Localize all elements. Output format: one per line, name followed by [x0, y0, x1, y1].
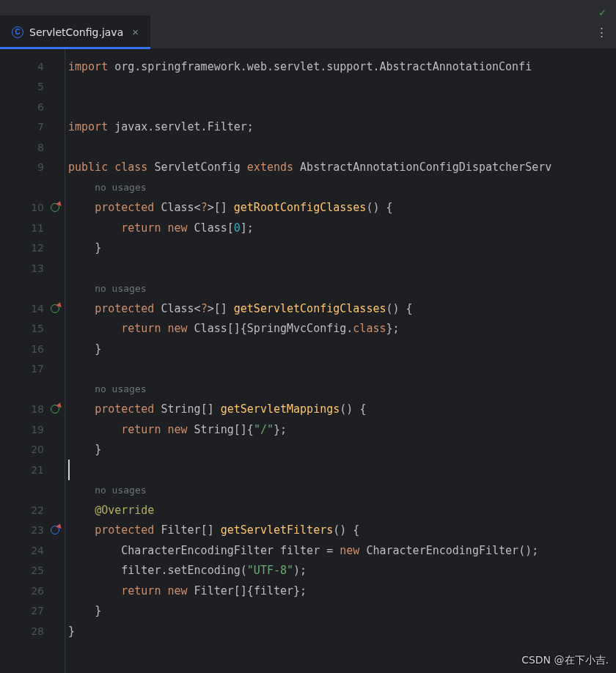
code-line[interactable]: return new Filter[]{filter};: [65, 581, 616, 601]
code-line[interactable]: [65, 97, 616, 117]
usage-hint[interactable]: no usages: [65, 279, 616, 299]
close-icon[interactable]: ×: [129, 24, 142, 40]
code-line[interactable]: protected Filter[] getServletFilters() {: [65, 521, 616, 541]
scrollbar-vertical[interactable]: [609, 81, 616, 608]
line-number: 19: [31, 424, 44, 435]
code-line[interactable]: filter.setEncoding("UTF-8");: [65, 561, 616, 581]
line-number: 20: [31, 444, 44, 455]
override-up-icon[interactable]: [50, 202, 62, 213]
line-number: 5: [37, 81, 44, 92]
line-number: 22: [31, 504, 44, 516]
code-line[interactable]: [65, 137, 616, 158]
code-line[interactable]: import javax.servlet.Filter;: [65, 117, 616, 138]
code-line[interactable]: import org.springframework.web.servlet.s…: [65, 56, 616, 77]
code-line[interactable]: }: [65, 601, 616, 622]
line-number: 23: [31, 524, 44, 536]
usage-hint[interactable]: no usages: [65, 480, 616, 501]
code-line[interactable]: return new Class[0];: [65, 218, 616, 238]
code-line[interactable]: [65, 359, 616, 380]
line-number: 12: [31, 242, 44, 254]
code-line[interactable]: return new String[]{"/"};: [65, 419, 616, 440]
line-number: 13: [31, 262, 44, 274]
check-ok-icon[interactable]: ✓: [599, 6, 606, 19]
code-line[interactable]: protected Class<?>[] getRootConfigClasse…: [65, 198, 616, 218]
line-number: 7: [37, 121, 44, 133]
code-line[interactable]: CharacterEncodingFilter filter = new Cha…: [65, 540, 616, 561]
code-editor[interactable]: 4 5 6 7 8 9 10 11 12 13 14 15 16 17 18 1…: [0, 49, 616, 673]
editor-tabbar: C ServletConfig.java × ⋮: [0, 15, 616, 49]
line-number: 16: [31, 343, 44, 355]
gutter: 4 5 6 7 8 9 10 11 12 13 14 15 16 17 18 1…: [0, 49, 65, 673]
code-line[interactable]: }: [65, 621, 616, 641]
code-line[interactable]: protected String[] getServletMappings() …: [65, 400, 616, 420]
override-up-icon[interactable]: [50, 403, 62, 415]
tab-servletconfig[interactable]: C ServletConfig.java ×: [0, 15, 150, 48]
override-up-icon[interactable]: [50, 524, 62, 536]
line-number: 6: [37, 101, 44, 113]
code-line[interactable]: [65, 77, 616, 98]
line-number: 14: [31, 303, 44, 315]
line-number: 10: [31, 202, 44, 213]
code-line[interactable]: }: [65, 238, 616, 259]
code-line[interactable]: [65, 258, 616, 279]
line-number: 27: [31, 605, 44, 617]
usage-hint[interactable]: no usages: [65, 177, 616, 198]
line-number: 18: [31, 403, 44, 415]
line-number: 21: [31, 464, 44, 476]
code-line[interactable]: public class ServletConfig extends Abstr…: [65, 158, 616, 178]
code-area[interactable]: import org.springframework.web.servlet.s…: [65, 49, 616, 673]
line-number: 9: [37, 161, 44, 173]
class-file-icon: C: [12, 26, 23, 38]
line-number: 8: [37, 141, 44, 153]
tab-title: ServletConfig.java: [29, 26, 123, 38]
line-number: 17: [31, 363, 44, 375]
line-number: 4: [37, 61, 44, 73]
line-number: 25: [31, 564, 44, 576]
override-up-icon[interactable]: [50, 303, 62, 315]
code-line[interactable]: @Override: [65, 500, 616, 521]
tab-more-icon[interactable]: ⋮: [587, 15, 616, 48]
watermark-text: CSDN @在下小吉.: [521, 654, 609, 667]
code-line[interactable]: }: [65, 440, 616, 460]
line-number: 28: [31, 625, 44, 637]
code-line[interactable]: protected Class<?>[] getServletConfigCla…: [65, 298, 616, 319]
window-toolbar-strip: [0, 0, 616, 15]
line-number: 24: [31, 545, 44, 556]
line-number: 15: [31, 323, 44, 334]
usage-hint[interactable]: no usages: [65, 379, 616, 400]
code-line[interactable]: }: [65, 339, 616, 359]
line-number: 11: [31, 222, 44, 234]
code-line[interactable]: [65, 460, 616, 480]
line-number: 26: [31, 585, 44, 597]
text-caret: [68, 460, 70, 480]
code-line[interactable]: return new Class[]{SpringMvcConfig.class…: [65, 319, 616, 339]
